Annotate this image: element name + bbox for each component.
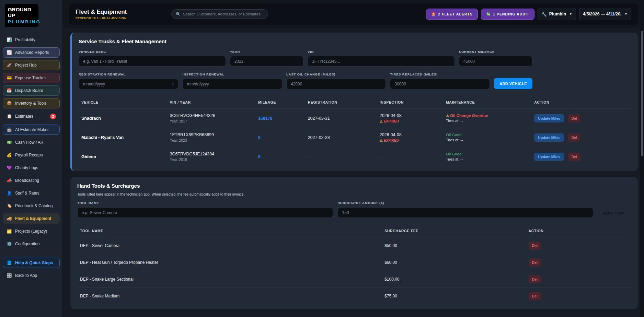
sidebar-item-pricebook-catalog[interactable]: 🏷️ Pricebook & Catalog	[3, 201, 60, 211]
content-area: Service Trucks & Fleet Management VEHICL…	[63, 28, 644, 309]
inspection-date: 2026-04-08	[380, 132, 440, 137]
table-row: DEP - Snake Medium $75.00 Del	[77, 288, 631, 305]
scrollbar-thumb[interactable]	[641, 31, 643, 156]
sidebar-item-payroll-recaps[interactable]: 💰 Payroll Recaps	[3, 150, 60, 160]
registration-date: 2027-03-31	[305, 109, 377, 128]
surcharge-fee: $60.00	[382, 254, 526, 271]
update-miles-button[interactable]: Update Miles	[534, 133, 564, 142]
tires-status: Tires at: --	[446, 138, 529, 142]
fleet-management-card: Service Trucks & Fleet Management VEHICL…	[70, 33, 638, 171]
delete-vehicle-button[interactable]: Del	[568, 114, 580, 122]
table-row: DEP - Sewer Camera $50.00 Del	[77, 237, 631, 254]
registration-date: 2027-02-28	[305, 128, 377, 147]
package-icon: 📦	[7, 101, 12, 106]
sidebar-item-profitability[interactable]: 📊 Profitability	[3, 35, 60, 45]
tool-name: DEP - Snake Medium	[77, 288, 382, 305]
mileage-link[interactable]: 0	[258, 154, 261, 159]
surcharge-amount-label: SURCHARGE AMOUNT ($)	[338, 201, 594, 205]
current-mileage-label: CURRENT MILEAGE	[459, 50, 532, 54]
table-row: DEP - Snake Large Sectional $100.00 Del	[77, 271, 631, 288]
global-search[interactable]: 🔍	[171, 9, 268, 19]
vehicle-name: Malachi - Ryan's Van	[81, 135, 124, 140]
tools-description: Tools listed here appear in the technici…	[77, 192, 631, 196]
table-row: Gideon 3C6TRVDG5JE124384 Year: 2018 0 --…	[79, 147, 631, 166]
inspection-renewal-label: INSPECTION RENEWAL	[182, 72, 282, 76]
last-oil-change-label: LAST OIL CHANGE (MILES)	[286, 72, 386, 76]
warning-icon: ⚠	[380, 139, 383, 142]
sidebar-nav: 📊 Profitability 📈 Advanced Reports 🚀 Pro…	[0, 33, 62, 282]
mileage-link[interactable]: 0	[258, 135, 261, 140]
delete-vehicle-button[interactable]: Del	[568, 153, 580, 161]
division-select[interactable]: 🔧 Plumbin ▼	[538, 8, 576, 20]
expired-flag: ⚠EXPIRED	[380, 139, 440, 142]
credit-card-icon: 💳	[7, 75, 12, 80]
sidebar-item-configuration[interactable]: ⚙️ Configuration	[3, 239, 60, 249]
delete-vehicle-button[interactable]: Del	[568, 133, 580, 142]
pending-audit-button[interactable]: 💸 1 PENDING AUDIT	[481, 9, 534, 20]
tool-name-input[interactable]	[77, 207, 333, 218]
warning-icon: ⚠	[446, 114, 449, 118]
year-label: YEAR	[230, 50, 303, 54]
search-input[interactable]	[183, 12, 264, 16]
book-icon: 📘	[7, 260, 12, 265]
surcharge-fee: $50.00	[382, 237, 526, 254]
purple-heart-icon: 💜	[7, 165, 12, 170]
registration-renewal-input[interactable]	[79, 79, 178, 89]
last-oil-change-input[interactable]	[286, 79, 386, 89]
date-range-select[interactable]: 4/5/2026 — 4/11/202 ▼	[579, 8, 631, 20]
delete-tool-button[interactable]: Del	[529, 275, 541, 283]
tires-replaced-input[interactable]	[390, 79, 490, 89]
sidebar-item-dispatch-board[interactable]: 📅 Dispatch Board	[3, 85, 60, 96]
sidebar-item-fleet-equipment[interactable]: 🚚 Fleet & Equipment	[3, 213, 60, 224]
money-bag-icon: 💰	[7, 153, 12, 157]
sidebar-item-back-to-app[interactable]: 🎛️ Back to App	[3, 270, 60, 281]
sidebar-item-estimates[interactable]: 📋 Estimates 2	[3, 111, 60, 122]
vin-input[interactable]	[308, 56, 455, 67]
revision-label: REVISION 19.0 • DUAL-DIVISION	[76, 16, 127, 20]
delete-tool-button[interactable]: Del	[529, 292, 541, 300]
inspection-renewal-input[interactable]	[182, 79, 282, 89]
delete-tool-button[interactable]: Del	[529, 258, 541, 267]
sidebar-item-charity-logs[interactable]: 💜 Charity Logs	[3, 163, 60, 173]
current-mileage-input[interactable]	[459, 56, 532, 67]
sidebar-item-ai-estimate-maker[interactable]: 🤖 AI Estimate Maker	[3, 125, 60, 135]
table-row: Malachi - Ryan's Van 1FTBR1X89PKB68699 Y…	[79, 128, 631, 147]
fleet-alerts-button[interactable]: 🚨 2 FLEET ALERTS	[426, 9, 478, 20]
vehicle-desc-input[interactable]	[79, 56, 226, 67]
calendar-icon[interactable]: 🗓	[171, 82, 175, 86]
sidebar-item-cash-flow[interactable]: 💵 Cash Flow / AR	[3, 137, 60, 148]
year-input[interactable]	[230, 56, 303, 67]
update-miles-button[interactable]: Update Miles	[534, 153, 564, 161]
tool-name-label: TOOL NAME	[77, 201, 333, 205]
vehicle-year: Year: 2017	[170, 119, 252, 123]
sidebar-item-broadcasting[interactable]: 📣 Broadcasting	[3, 175, 60, 186]
tools-table-header: TOOL NAME SURCHARGE FEE ACTION	[77, 226, 631, 237]
sidebar-item-project-hub[interactable]: 🚀 Project Hub	[3, 60, 60, 70]
sidebar-item-advanced-reports[interactable]: 📈 Advanced Reports	[3, 47, 60, 58]
vehicle-form-row-1: VEHICLE DESC YEAR VIN CURRENT MILEAGE	[79, 50, 532, 67]
page-title: Fleet & Equipment	[76, 9, 127, 15]
surcharge-fee: $100.00	[382, 271, 526, 288]
tool-name: DEP - Snake Large Sectional	[77, 271, 382, 288]
add-vehicle-button[interactable]: ADD VEHICLE	[494, 78, 532, 89]
oil-status: Oil Good	[446, 152, 529, 156]
sidebar: GROUND UP PLUMBING 📊 Profitability 📈 Adv…	[0, 0, 63, 317]
sidebar-item-inventory-tools[interactable]: 📦 Inventory & Tools	[3, 98, 60, 108]
sidebar-item-expense-tracker[interactable]: 💳 Expense Tracker	[3, 73, 60, 83]
sidebar-item-projects-legacy[interactable]: 🗂️ Projects (Legacy)	[3, 226, 60, 236]
vin-value: 1FTBR1X89PKB68699	[170, 132, 252, 137]
top-band: Fleet & Equipment REVISION 19.0 • DUAL-D…	[63, 0, 644, 28]
mileage-link[interactable]: 168178	[258, 116, 273, 121]
surcharge-amount-input[interactable]	[338, 207, 594, 218]
tool-name: DEP - Sewer Camera	[77, 237, 382, 254]
inspection-date: 2026-04-08	[380, 113, 440, 118]
bar-chart-icon: 📊	[7, 37, 12, 42]
sidebar-item-help-quick-steps[interactable]: 📘 Help & Quick Steps	[3, 258, 60, 268]
add-tool-button[interactable]: ADD TOOL	[598, 208, 631, 218]
registration-date: --	[305, 147, 377, 166]
truck-icon: 🚚	[7, 216, 12, 221]
delete-tool-button[interactable]: Del	[529, 242, 541, 250]
update-miles-button[interactable]: Update Miles	[534, 114, 564, 122]
sidebar-item-staff-rates[interactable]: 👤 Staff & Rates	[3, 188, 60, 198]
company-logo: GROUND UP PLUMBING	[5, 4, 38, 27]
